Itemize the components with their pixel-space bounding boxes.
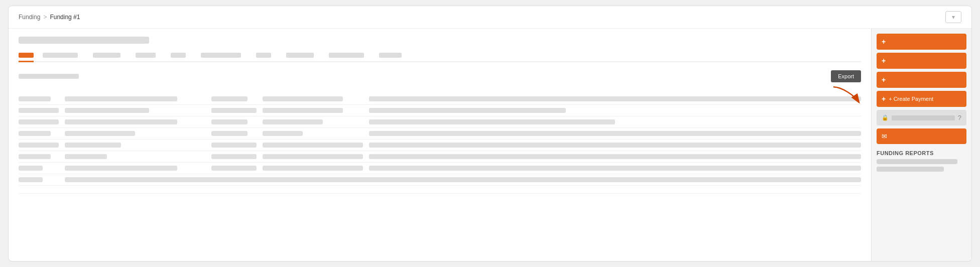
tab-6[interactable]	[250, 50, 277, 62]
cell	[65, 108, 149, 113]
table-row	[19, 174, 861, 186]
section-label	[19, 74, 79, 79]
cell	[65, 154, 107, 159]
sidebar-plus-btn-1[interactable]: +	[877, 34, 966, 50]
cell	[263, 154, 363, 159]
cell	[263, 108, 343, 113]
reports-title: FUNDING REPORTS	[877, 150, 966, 156]
cell	[263, 96, 343, 101]
sidebar-plus-btn-2[interactable]: +	[877, 53, 966, 69]
cell	[65, 166, 177, 171]
title-placeholder	[19, 37, 149, 44]
dropdown-label: ▾	[952, 14, 955, 21]
create-payment-button[interactable]: + + Create Payment	[877, 91, 966, 107]
cell	[369, 143, 861, 148]
question-icon: ?	[958, 114, 961, 121]
main-layout: Export	[9, 29, 971, 261]
cell	[65, 96, 177, 101]
cell	[369, 154, 861, 159]
table-area	[19, 93, 861, 194]
cell	[65, 131, 135, 136]
content-area: Export	[9, 29, 871, 261]
cell	[369, 131, 861, 136]
cell	[19, 154, 51, 159]
table-row	[19, 105, 861, 116]
cell	[19, 119, 59, 124]
table-row	[19, 116, 861, 128]
breadcrumb-separator: >	[43, 14, 47, 21]
table-row	[19, 128, 861, 140]
email-icon: ✉	[882, 132, 887, 140]
breadcrumb: Funding > Funding #1	[19, 14, 80, 21]
cell	[263, 131, 303, 136]
cell	[19, 96, 51, 101]
tab-2[interactable]	[87, 50, 127, 62]
table-row	[19, 140, 861, 151]
email-button[interactable]: ✉	[877, 128, 966, 144]
cell	[263, 143, 363, 148]
cell	[65, 119, 177, 124]
breadcrumb-current: Funding #1	[50, 14, 80, 21]
tab-8[interactable]	[323, 50, 370, 62]
cell	[65, 177, 861, 182]
cell	[19, 131, 51, 136]
report-item-2	[877, 167, 944, 172]
create-payment-label: + Create Payment	[889, 96, 933, 102]
cell	[211, 119, 248, 124]
cell	[211, 108, 257, 113]
plus-icon-3: +	[882, 76, 886, 84]
cell	[211, 154, 257, 159]
tab-5[interactable]	[195, 50, 247, 62]
tab-7[interactable]	[280, 50, 320, 62]
lock-icon: 🔒	[882, 114, 889, 121]
table-row	[19, 163, 861, 174]
table-row	[19, 151, 861, 163]
cell	[19, 143, 59, 148]
reports-section: FUNDING REPORTS	[877, 150, 966, 174]
tab-9[interactable]	[373, 50, 408, 62]
sidebar-input-field[interactable]: 🔒 ?	[877, 110, 966, 125]
tabs-row	[19, 50, 861, 62]
cell	[211, 166, 257, 171]
cell	[369, 119, 615, 124]
tab-1[interactable]	[37, 50, 84, 62]
cell	[369, 108, 566, 113]
cell	[263, 119, 323, 124]
table-row	[19, 186, 861, 194]
cell	[369, 166, 861, 171]
cell	[211, 96, 248, 101]
tab-4[interactable]	[165, 50, 192, 62]
export-button[interactable]: Export	[831, 70, 861, 82]
plus-icon-2: +	[882, 57, 886, 65]
table-row	[19, 93, 861, 105]
input-placeholder-bar	[892, 115, 955, 120]
tab-active[interactable]	[19, 50, 34, 62]
cell	[369, 96, 861, 101]
right-sidebar: + + + + + Create Payment 🔒 ? ✉	[871, 29, 971, 261]
cell	[211, 143, 257, 148]
breadcrumb-bar: Funding > Funding #1 ▾	[9, 6, 971, 29]
cell	[19, 177, 43, 182]
cell	[19, 166, 43, 171]
cell	[211, 131, 248, 136]
dropdown-button[interactable]: ▾	[945, 11, 961, 23]
cell	[19, 108, 59, 113]
plus-icon-create: +	[882, 95, 886, 103]
sidebar-plus-btn-3[interactable]: +	[877, 72, 966, 88]
tab-3[interactable]	[130, 50, 162, 62]
cell	[65, 143, 121, 148]
cell	[263, 166, 363, 171]
plus-icon-1: +	[882, 38, 886, 46]
breadcrumb-parent[interactable]: Funding	[19, 14, 40, 21]
report-item-1	[877, 159, 957, 164]
